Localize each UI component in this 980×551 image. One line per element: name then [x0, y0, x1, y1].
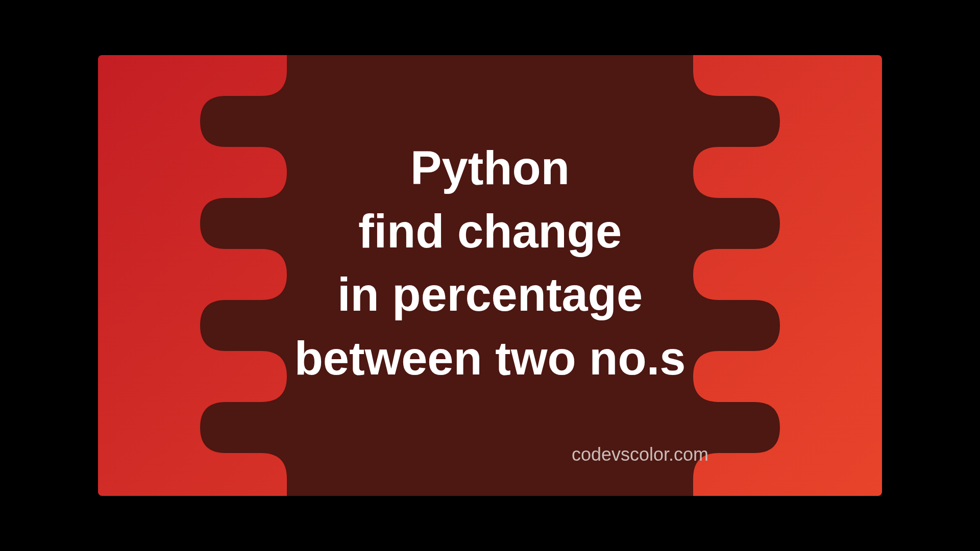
- watermark-text: codevscolor.com: [572, 444, 708, 465]
- banner-card: Python find change in percentage between…: [98, 55, 882, 496]
- title-text: Python find change in percentage between…: [98, 136, 882, 390]
- title-line-1: Python: [98, 136, 882, 199]
- title-line-3: in percentage: [98, 263, 882, 326]
- title-line-2: find change: [98, 199, 882, 263]
- title-line-4: between two no.s: [98, 326, 882, 389]
